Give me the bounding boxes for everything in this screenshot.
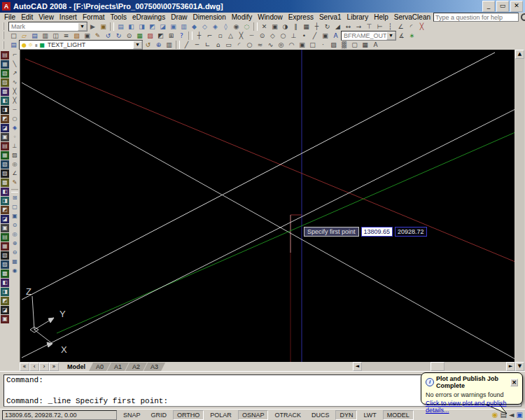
macro-tool-18-icon[interactable]: ◩ xyxy=(1,206,9,214)
scale-icon[interactable]: ◢ xyxy=(332,22,343,31)
macro-tool-21-icon[interactable]: ▤ xyxy=(1,233,9,241)
layer-thaw-icon[interactable]: ☼ xyxy=(28,42,33,48)
small-circle-icon[interactable]: ◦ xyxy=(10,133,19,141)
layer-states-icon[interactable]: ▥ xyxy=(164,41,174,49)
snap-perpendicular-icon[interactable]: ⊥ xyxy=(288,31,299,40)
macro-folder-icon[interactable]: ▣ xyxy=(98,22,108,31)
multiline-text-icon[interactable]: A xyxy=(370,41,381,49)
quickcalc-icon[interactable]: ⊞ xyxy=(166,31,176,40)
macro-tool-9-icon[interactable]: ◪ xyxy=(1,124,9,132)
mirror-icon[interactable]: ◑ xyxy=(280,22,290,31)
angle-tool-icon[interactable]: ∠ xyxy=(10,169,19,178)
offset-icon[interactable]: ∥ xyxy=(290,22,301,31)
snap-tangent-icon[interactable]: ○ xyxy=(278,31,288,40)
toggle-model[interactable]: MODEL xyxy=(383,410,414,420)
dyn-x-input[interactable]: 13809.65 xyxy=(361,227,393,237)
balloon-details-link[interactable]: Click to view plot and publish details..… xyxy=(426,400,518,414)
zoom-window-icon[interactable]: ⊞ xyxy=(10,194,19,202)
macro-tool-23-icon[interactable]: ▧ xyxy=(1,251,9,260)
menu-item-help[interactable]: Help xyxy=(371,13,391,21)
macro-tool-28-icon[interactable]: ◩ xyxy=(1,297,9,305)
insert-block-icon[interactable]: ▣ xyxy=(297,41,307,49)
camera-icon[interactable]: ◉ xyxy=(231,22,241,31)
toolbar-grip[interactable] xyxy=(3,22,6,30)
plot-preview-icon[interactable]: ◫ xyxy=(50,31,61,40)
explode-icon[interactable]: ╳ xyxy=(416,22,427,31)
vertical-scrollbar[interactable]: ▲ ▼ xyxy=(515,50,524,371)
macro-tool-1-icon[interactable]: ▤ xyxy=(1,51,9,59)
toolbar-grip[interactable] xyxy=(3,31,6,39)
zoom-all-icon[interactable]: ▦ xyxy=(10,258,19,266)
plot-icon[interactable]: ▥ xyxy=(40,31,50,40)
chamfer-icon[interactable]: ∠ xyxy=(396,22,406,31)
macro-tool-7-icon[interactable]: ◨ xyxy=(1,106,9,114)
construction-line-icon[interactable]: ─ xyxy=(192,41,202,49)
first-tab-button[interactable]: « xyxy=(20,363,29,371)
center-mark-icon[interactable]: ◈ xyxy=(10,124,19,132)
break-icon[interactable]: ┆ xyxy=(385,22,396,31)
macro-tool-22-icon[interactable]: ▦ xyxy=(1,242,9,251)
toggle-ducs[interactable]: DUCS xyxy=(307,410,334,420)
menu-item-servaclean[interactable]: ServaClean xyxy=(391,13,433,21)
layer-on-icon[interactable]: ● xyxy=(22,42,27,48)
osnap-settings-icon[interactable]: ▣ xyxy=(320,31,330,40)
zoom-extents-icon[interactable]: ◉ xyxy=(10,267,19,275)
layer-previous-icon[interactable]: ↺ xyxy=(143,41,153,49)
snap-midpoint-icon[interactable]: △ xyxy=(225,31,236,40)
layer-properties-manager-icon[interactable]: ▤ xyxy=(8,41,19,49)
open-icon[interactable]: ▱ xyxy=(19,31,29,40)
rectangle-icon[interactable]: ▭ xyxy=(223,41,234,49)
bottom-view-icon[interactable]: ◨ xyxy=(136,22,147,31)
scroll-down-icon[interactable]: ▼ xyxy=(515,362,524,371)
hatch-tool-icon[interactable]: ▨ xyxy=(10,151,19,160)
toggle-lwt[interactable]: LWT xyxy=(359,410,380,420)
menu-item-file[interactable]: File xyxy=(1,13,18,21)
menu-item-draw[interactable]: Draw xyxy=(168,13,190,21)
help-search-input[interactable] xyxy=(433,13,519,22)
dim-aligned-icon[interactable]: ╲ xyxy=(10,60,19,69)
text-style-icon[interactable]: A xyxy=(330,31,341,40)
menu-item-edit[interactable]: Edit xyxy=(18,13,36,21)
macro-combo[interactable]: Mark ▼ xyxy=(8,22,88,31)
save-icon[interactable]: ▤ xyxy=(29,31,40,40)
menu-item-serva1[interactable]: Serva1 xyxy=(316,13,344,21)
trim-icon[interactable]: ⊤ xyxy=(364,22,374,31)
run-macro-icon[interactable]: ▶ xyxy=(88,22,98,31)
top-view-icon[interactable]: ◧ xyxy=(126,22,136,31)
redo-icon[interactable]: ↻ xyxy=(113,31,124,40)
markup-set-manager-icon[interactable]: ▨ xyxy=(145,31,155,40)
snap-center-icon[interactable]: ⊙ xyxy=(257,31,267,40)
balloon-close-button[interactable]: ✕ xyxy=(510,379,518,386)
macro-tool-2-icon[interactable]: ▦ xyxy=(1,60,9,69)
scrollbar-thumb[interactable] xyxy=(430,362,444,371)
line-icon[interactable]: ╱ xyxy=(181,41,192,49)
restore-button[interactable]: ▭ xyxy=(496,1,509,12)
menu-item-window[interactable]: Window xyxy=(255,13,286,21)
tab-a1[interactable]: A1 xyxy=(107,363,129,371)
match-properties-icon[interactable]: ✎ xyxy=(92,31,103,40)
circle-tool-icon[interactable]: ○ xyxy=(10,115,19,123)
scrollbar-track[interactable] xyxy=(362,362,506,371)
snap-extension-icon[interactable]: ┄ xyxy=(246,31,257,40)
snap-from-icon[interactable]: ⌐ xyxy=(204,31,215,40)
macro-tool-19-icon[interactable]: ◪ xyxy=(1,215,9,223)
macro-tool-3-icon[interactable]: ▧ xyxy=(1,69,9,78)
publish-icon[interactable]: ≡ xyxy=(61,31,71,40)
macro-tool-24-icon[interactable]: ▨ xyxy=(1,260,9,269)
scroll-up-icon[interactable]: ▲ xyxy=(515,50,524,59)
donut-tool-icon[interactable]: ◎ xyxy=(10,160,19,169)
next-tab-button[interactable]: › xyxy=(39,363,49,371)
rotate-icon[interactable]: ↻ xyxy=(322,22,332,31)
snap-nearest-icon[interactable]: ╱ xyxy=(309,31,320,40)
layer-lock-icon[interactable]: ∎ xyxy=(34,42,38,48)
break-line-icon[interactable]: ╳ xyxy=(10,88,19,96)
horizontal-scrollbar[interactable]: ◄ ► xyxy=(353,362,515,371)
zoom-center-icon[interactable]: ⊙ xyxy=(10,221,19,230)
extend-icon[interactable]: ⊢ xyxy=(374,22,385,31)
menu-item-dimension[interactable]: Dimension xyxy=(190,13,229,21)
left-view-icon[interactable]: ◩ xyxy=(147,22,158,31)
3d-orbit-icon[interactable]: ◌ xyxy=(241,22,252,31)
layer-color-icon[interactable]: ■ xyxy=(39,42,45,48)
named-views-icon[interactable]: ▤ xyxy=(115,22,126,31)
layer-combo[interactable]: ●☼∎■ TEXT_LIGHT ▼ xyxy=(19,40,143,50)
